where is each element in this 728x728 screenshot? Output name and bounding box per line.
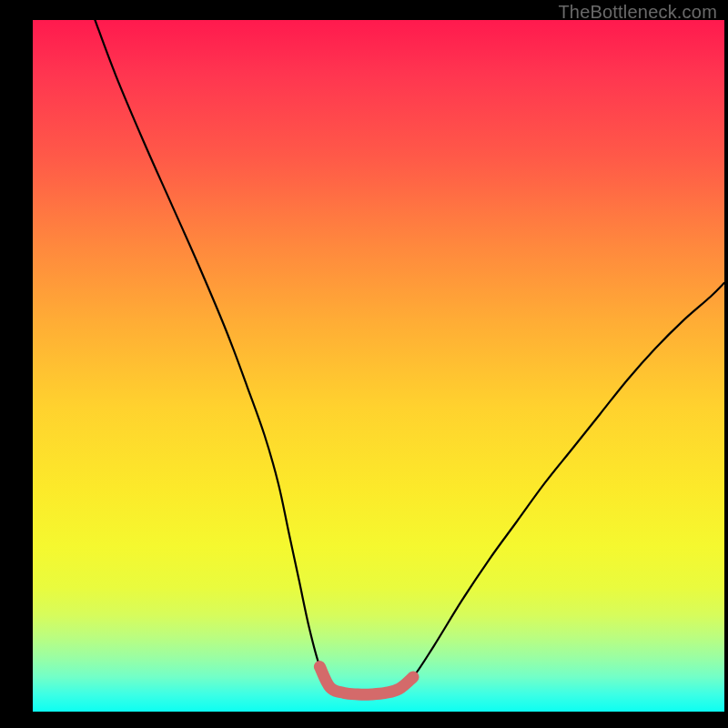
watermark-text: TheBottleneck.com	[558, 2, 717, 23]
main-curve	[95, 20, 724, 694]
chart-frame: TheBottleneck.com	[0, 0, 728, 728]
plot-area	[33, 20, 724, 712]
chart-svg	[33, 20, 724, 712]
highlight-curve	[319, 667, 413, 695]
